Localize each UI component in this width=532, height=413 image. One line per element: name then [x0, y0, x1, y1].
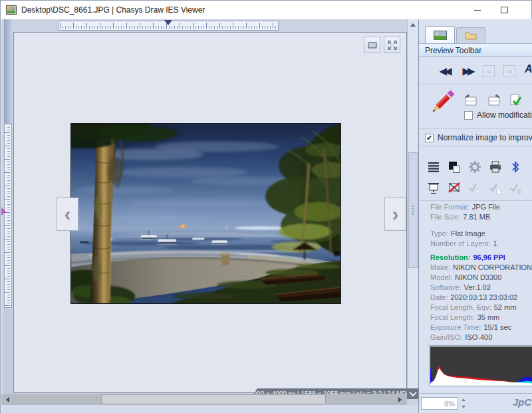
metadata-panel: File Format:JPG File File Size:7.81 MB T… — [430, 203, 532, 343]
image-thumbnail-icon — [434, 31, 447, 40]
pencil-icon — [429, 89, 454, 117]
double-arrow-left-icon: ◀◀ — [439, 65, 449, 77]
previous-image-button[interactable]: ‹ — [57, 198, 78, 231]
arrow-up-icon — [410, 23, 416, 27]
extra-page-button[interactable] — [529, 92, 532, 108]
settings-button[interactable] — [467, 160, 482, 174]
confirm-copy-disabled-button[interactable] — [467, 181, 482, 196]
allow-modification-label: Allow modification — [477, 110, 532, 120]
tab-folder[interactable] — [456, 27, 485, 43]
spinner-up-icon[interactable] — [462, 398, 466, 401]
normalize-image-label: Normalize image to improve co — [438, 133, 532, 142]
left-gutter — [4, 19, 12, 124]
last-file-button[interactable]: » — [503, 65, 515, 77]
panel-header: Preview Toolbar — [419, 43, 532, 57]
gear-icon — [468, 160, 481, 174]
menu-button[interactable] — [426, 160, 441, 174]
vertical-scrollbar[interactable] — [407, 19, 418, 394]
scroll-right-button[interactable] — [395, 394, 404, 405]
app-icon — [6, 5, 17, 15]
fit-icon — [367, 40, 378, 51]
meta-type: Type:Flat Image — [430, 229, 532, 239]
brand-logo: JpC — [513, 396, 531, 408]
vertical-scroll-thumb[interactable] — [408, 152, 418, 268]
bluetooth-icon — [509, 160, 523, 174]
chevron-right-icon: › — [392, 203, 399, 225]
previous-file-button[interactable]: ◀◀ — [434, 64, 455, 78]
printer-icon — [489, 160, 502, 174]
panel-bottom-bar: 8% JpC — [419, 393, 532, 413]
app-window: Desktop\DSC_8661.JPG | Chasys Draw IES V… — [0, 0, 532, 413]
arrow-left-icon — [6, 397, 9, 402]
rotate-left-icon — [464, 92, 479, 108]
next-image-button[interactable]: › — [384, 198, 406, 231]
thumb-grip-icon — [412, 206, 414, 215]
auto-advance-label[interactable]: A — [525, 63, 532, 75]
checkbox-checked-icon[interactable]: ✔ — [425, 134, 434, 142]
title-bar: Desktop\DSC_8661.JPG | Chasys Draw IES V… — [1, 1, 531, 19]
meta-software: Software:Ver.1.02 — [430, 283, 532, 293]
zoom-stepper[interactable] — [459, 397, 467, 410]
rotate-right-button[interactable] — [485, 92, 501, 108]
copy-squares-icon — [448, 160, 461, 174]
guillemet-right-icon: » — [507, 67, 511, 75]
page-check-icon — [507, 92, 523, 108]
meta-date: Date:2020:03:13 23:03:02 — [430, 293, 532, 303]
bluetooth-send-button[interactable] — [509, 160, 523, 174]
minimize-button[interactable] — [466, 1, 489, 19]
meta-file-size: File Size:7.81 MB — [430, 213, 532, 223]
left-gutter-bottom — [4, 308, 12, 394]
meta-exposure: Exposure Time:15/1 sec — [430, 323, 532, 333]
print-button[interactable] — [488, 160, 503, 174]
ruler-marker-vertical — [1, 207, 6, 215]
horizontal-scrollbar[interactable] — [1, 394, 407, 405]
edit-pencil-button[interactable] — [429, 89, 454, 117]
meta-resolution: Resolution:96,96 PPI — [430, 253, 532, 263]
scroll-up-button[interactable] — [408, 19, 418, 30]
folder-icon — [465, 31, 477, 40]
meta-file-format: File Format:JPG File — [430, 203, 532, 213]
stop-slideshow-button[interactable] — [447, 181, 462, 196]
projection-screen-icon — [427, 182, 440, 195]
allow-modification-checkbox[interactable]: Allow modification — [464, 110, 532, 120]
copy-button[interactable] — [447, 160, 462, 174]
meta-focal: Focal Length:35 mm — [430, 313, 532, 323]
check-bluetooth-disabled-icon — [509, 182, 523, 195]
next-file-button[interactable]: ▶▶ — [457, 64, 478, 78]
tab-preview[interactable] — [425, 26, 455, 43]
first-file-button[interactable]: « — [483, 65, 495, 77]
check-copy-disabled-icon — [468, 182, 481, 195]
arrow-right-icon — [398, 397, 402, 402]
image-histogram — [429, 345, 532, 386]
guillemet-left-icon: « — [487, 67, 491, 75]
meta-iso: Gain/ISO:ISO-400 — [430, 333, 532, 343]
preview-panel: Preview Toolbar ◀◀ ▶▶ « » A — [418, 19, 532, 413]
meta-make: Make:NIKON CORPORATION — [430, 263, 532, 273]
checkbox-unchecked-icon[interactable] — [464, 111, 473, 120]
zoom-level-input[interactable]: 8% — [421, 397, 458, 410]
scroll-left-button[interactable] — [3, 394, 12, 405]
normalize-image-checkbox[interactable]: ✔ Normalize image to improve co — [425, 133, 532, 142]
status-bar-collapse-button[interactable] — [407, 388, 418, 399]
image-canvas: ‹ › — [13, 32, 407, 393]
expand-arrows-icon — [387, 40, 398, 51]
maximize-button[interactable] — [493, 1, 515, 19]
apply-save-button[interactable] — [507, 92, 523, 108]
horizontal-scroll-thumb[interactable] — [101, 394, 326, 404]
confirm-save-disabled-button[interactable] — [488, 181, 503, 196]
vertical-ruler — [4, 124, 12, 308]
double-arrow-right-icon: ▶▶ — [462, 65, 472, 77]
fit-to-window-button[interactable] — [364, 37, 380, 53]
window-title: Desktop\DSC_8661.JPG | Chasys Draw IES V… — [21, 5, 205, 15]
slideshow-button[interactable] — [426, 181, 441, 196]
hamburger-menu-icon — [427, 160, 440, 174]
ruler-marker-horizontal — [164, 20, 172, 25]
check-page-disabled-icon — [489, 182, 502, 195]
confirm-bluetooth-disabled-button[interactable] — [509, 181, 523, 196]
fullscreen-button[interactable] — [384, 37, 400, 53]
spinner-down-icon[interactable] — [462, 406, 466, 408]
minimize-icon — [474, 10, 481, 11]
photo-night-beach — [70, 123, 341, 304]
rotate-left-button[interactable] — [464, 92, 479, 108]
viewer-workspace: ‹ › 6000 × 4000 px | 1588 × 1058 mm | x/… — [1, 19, 418, 413]
